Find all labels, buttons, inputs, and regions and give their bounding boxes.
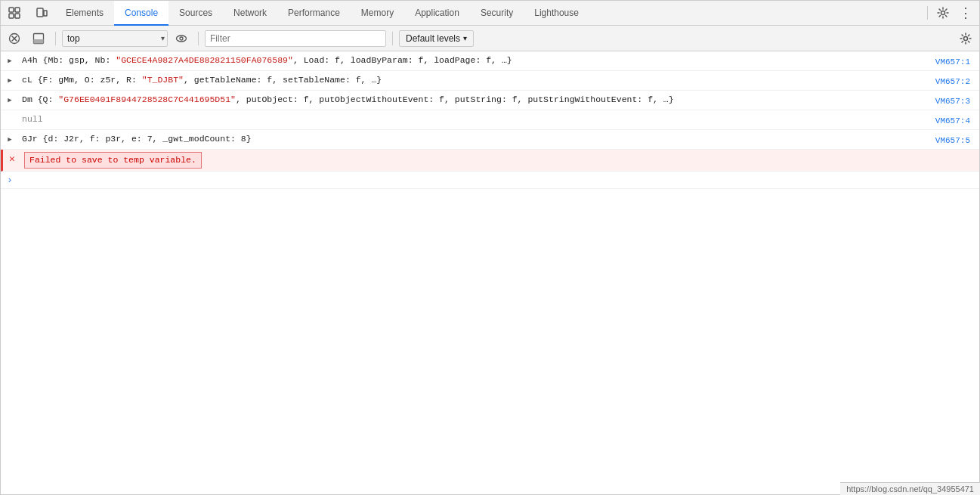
svg-rect-11 — [34, 39, 44, 44]
row-gutter-4 — [1, 112, 19, 113]
settings-icon-btn[interactable] — [932, 2, 954, 23]
tab-bar: Elements Console Sources Network Perform… — [1, 1, 979, 26]
more-icon-btn[interactable]: ⋮ — [955, 2, 976, 23]
tab-console[interactable]: Console — [114, 1, 168, 26]
null-value: null — [22, 114, 43, 124]
toolbar-divider2 — [198, 32, 199, 45]
svg-rect-4 — [37, 8, 43, 17]
row-string-1: "GCECE4A9827A4DE882821150FA076589" — [116, 55, 293, 65]
row-content-4: null — [19, 112, 919, 127]
row-content-3: Dm {Q: "G76EE0401F8944728528C7C441695D51… — [19, 92, 919, 107]
levels-chevron-icon: ▾ — [463, 34, 467, 42]
eye-button[interactable] — [171, 29, 192, 48]
tab-sources[interactable]: Sources — [168, 1, 223, 26]
tab-memory[interactable]: Memory — [351, 1, 404, 26]
console-row-1: ▶ A4h {Mb: gsp, Nb: "GCECE4A9827A4DE8828… — [1, 51, 979, 71]
row-text-3a: Dm {Q: — [22, 94, 58, 104]
row-content-5: GJr {d: J2r, f: p3r, e: 7, _gwt_modCount… — [19, 131, 919, 147]
hide-console-button[interactable] — [28, 29, 49, 48]
tab-elements[interactable]: Elements — [55, 1, 114, 26]
row-text-3b: , putObject: f, putObjectWithoutEvent: f… — [236, 94, 674, 104]
tabs-container: Elements Console Sources Network Perform… — [55, 1, 924, 25]
toolbar-left — [4, 29, 49, 48]
console-row-3: ▶ Dm {Q: "G76EE0401F8944728528C7C441695D… — [1, 91, 979, 110]
row-link-2[interactable]: VM657:2 — [919, 73, 979, 88]
clear-console-button[interactable] — [4, 29, 25, 48]
svg-point-14 — [964, 36, 968, 40]
console-gear-icon — [960, 32, 972, 45]
row-gutter-2[interactable]: ▶ — [1, 73, 19, 88]
log-levels-button[interactable]: Default levels ▾ — [399, 30, 474, 47]
row-string-3: "G76EE0401F8944728528C7C441695D51" — [58, 94, 236, 104]
row-content-2: cL {F: gMm, O: z5r, R: "T_DJBT", getTabl… — [19, 73, 919, 88]
console-input[interactable] — [22, 175, 976, 184]
filter-input[interactable] — [205, 30, 386, 47]
expand-icon-1[interactable]: ▶ — [8, 54, 11, 68]
row-link-5[interactable]: VM657:5 — [919, 131, 979, 147]
row-text-1a: A4h {Mb: gsp, Nb: — [22, 55, 116, 65]
devtools-window: Elements Console Sources Network Perform… — [0, 0, 980, 495]
console-row-5: ▶ GJr {d: J2r, f: p3r, e: 7, _gwt_modCou… — [1, 130, 979, 150]
console-settings-button[interactable] — [955, 29, 976, 48]
expand-icon-3[interactable]: ▶ — [8, 94, 11, 107]
toolbar-divider3 — [392, 32, 393, 45]
row-string-2: "T_DJBT" — [142, 75, 184, 85]
eye-icon — [175, 32, 187, 45]
svg-point-12 — [177, 36, 187, 42]
toolbar-divider1 — [55, 32, 56, 45]
context-select[interactable]: top — [62, 30, 168, 47]
row-link-3[interactable]: VM657:3 — [919, 92, 979, 108]
row-gutter-3[interactable]: ▶ — [1, 92, 19, 107]
error-message: Failed to save to temp variable. — [24, 152, 202, 169]
inspect-icon — [8, 7, 20, 19]
svg-rect-2 — [15, 8, 20, 12]
device-icon — [36, 7, 48, 19]
tab-application[interactable]: Application — [404, 1, 470, 26]
svg-rect-5 — [44, 11, 47, 16]
svg-point-13 — [180, 37, 183, 40]
row-text-2b: , getTableName: f, setTableName: f, …} — [184, 75, 382, 85]
levels-label: Default levels — [406, 33, 460, 44]
clear-icon — [8, 32, 20, 45]
console-output: ▶ A4h {Mb: gsp, Nb: "GCECE4A9827A4DE8828… — [1, 51, 979, 495]
row-link-1[interactable]: VM657:1 — [919, 53, 979, 69]
status-bar: https://blog.csdn.net/qq_34955471 — [840, 482, 980, 495]
row-gutter-5[interactable]: ▶ — [1, 131, 19, 147]
expand-icon-2[interactable]: ▶ — [8, 74, 11, 88]
gear-icon — [937, 7, 949, 19]
row-content-error: Failed to save to temp variable. — [21, 151, 919, 169]
context-select-wrapper: top ▾ — [62, 30, 168, 47]
row-gutter-1[interactable]: ▶ — [1, 53, 19, 68]
divider — [927, 6, 928, 20]
console-toolbar: top ▾ Default levels ▾ — [1, 26, 979, 51]
cursor-gutter: › — [1, 172, 19, 187]
svg-rect-1 — [9, 14, 14, 18]
row-gutter-error: ✕ — [3, 151, 21, 166]
console-row-2: ▶ cL {F: gMm, O: z5r, R: "T_DJBT", getTa… — [1, 71, 979, 91]
tab-performance[interactable]: Performance — [277, 1, 351, 26]
expand-icon-5[interactable]: ▶ — [8, 133, 11, 147]
tab-bar-right: ⋮ — [924, 1, 979, 25]
tab-lighthouse[interactable]: Lighthouse — [524, 1, 589, 26]
row-text-5: GJr {d: J2r, f: p3r, e: 7, _gwt_modCount… — [22, 134, 252, 144]
cursor-caret-icon: › — [7, 174, 13, 187]
row-text-1b: , Load: f, loadByParam: f, loadPage: f, … — [293, 55, 512, 65]
tab-bar-left-icons — [1, 1, 55, 25]
row-link-4[interactable]: VM657:4 — [919, 112, 979, 128]
inspect-icon-btn[interactable] — [1, 1, 28, 26]
svg-rect-0 — [9, 8, 14, 12]
svg-point-6 — [941, 11, 945, 15]
device-toolbar-btn[interactable] — [28, 1, 55, 26]
svg-rect-3 — [15, 14, 20, 18]
error-icon: ✕ — [9, 153, 15, 166]
console-row-4: null VM657:4 — [1, 110, 979, 130]
row-text-2a: cL {F: gMm, O: z5r, R: — [22, 75, 142, 85]
toolbar-right — [955, 29, 976, 48]
row-content-1: A4h {Mb: gsp, Nb: "GCECE4A9827A4DE882821… — [19, 53, 919, 68]
tab-network[interactable]: Network — [223, 1, 277, 26]
status-url: https://blog.csdn.net/qq_34955471 — [846, 484, 974, 493]
drawer-icon — [32, 32, 45, 45]
cursor-input-wrapper — [19, 172, 979, 187]
console-input-row: › — [1, 172, 979, 189]
tab-security[interactable]: Security — [470, 1, 524, 26]
